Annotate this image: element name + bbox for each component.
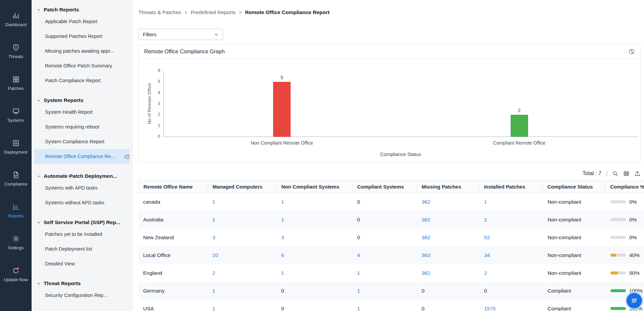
count-link[interactable]: 10 (212, 252, 218, 258)
rail-item-deployment[interactable]: Deployment (0, 131, 32, 163)
sidebar-section-title[interactable]: Patch Reports (34, 7, 129, 13)
column-header[interactable]: Non Compliant Systems (276, 180, 352, 193)
sidebar-item[interactable]: Missing patches awaiting appr... (34, 44, 129, 58)
sidebar-item[interactable]: System Health Report (34, 105, 129, 119)
count-link[interactable]: 1 (212, 288, 215, 294)
chart-type-button[interactable] (628, 48, 635, 55)
filters-dropdown[interactable]: Filters (138, 29, 223, 40)
sidebar-item[interactable]: Patch Compliance Report (34, 73, 129, 88)
sidebar-item[interactable]: System Compliance Report (34, 134, 129, 149)
count-link[interactable]: 1 (212, 306, 215, 311)
count-link[interactable]: 1 (281, 270, 284, 276)
count-link[interactable]: 1 (357, 270, 360, 276)
column-header[interactable]: Missing Patches (417, 180, 479, 193)
chevron-down-icon (214, 32, 219, 37)
progress-label: 40% (629, 252, 640, 258)
count-link[interactable]: 1 (281, 199, 284, 205)
count-link[interactable]: 1 (281, 217, 284, 223)
count-link[interactable]: 1 (212, 199, 215, 205)
cell-compliance-status: Compliant (543, 300, 606, 311)
table-view-button[interactable] (623, 170, 630, 177)
count-link[interactable]: 362 (422, 270, 430, 276)
table-row: canada1103621Non-compliant0% (138, 193, 644, 211)
rail-item-threats[interactable]: Threats (0, 35, 32, 67)
y-tick-label: 3 (149, 101, 160, 106)
sidebar-item[interactable]: Applicable Patch Report (34, 14, 129, 29)
sidebar-section-title[interactable]: Threat Reports (34, 280, 129, 287)
sidebar-item[interactable]: Remote Office Patch Summary (34, 58, 129, 73)
progress-label: 0% (629, 199, 637, 205)
x-category-label: Non Compliant Remote Office (208, 140, 356, 146)
count-text: 0 (422, 306, 425, 311)
count-link[interactable]: 34 (484, 252, 490, 258)
count-link[interactable]: 4 (357, 252, 360, 258)
cell-missing-patches: 362 (417, 211, 479, 228)
breadcrumb-item[interactable]: Predefined Reports (191, 9, 236, 15)
count-link[interactable]: 363 (422, 252, 430, 258)
progress-label: 0% (629, 235, 637, 241)
assist-button[interactable] (627, 293, 642, 308)
rail-item-settings[interactable]: Settings (0, 226, 32, 258)
cell-non-compliant-systems: 1 (276, 211, 352, 228)
count-link[interactable]: 6 (281, 252, 284, 258)
sidebar-item[interactable]: Supported Patches Report (34, 29, 129, 44)
count-link[interactable]: 2 (484, 217, 487, 223)
cell-non-compliant-systems: 6 (276, 246, 352, 264)
sidebar-item[interactable]: Systems with APD tasks (34, 180, 129, 195)
sidebar-section-title[interactable]: Automate Patch Deploymen... (34, 173, 129, 179)
sidebar-item[interactable]: Systems without APD tasks (34, 195, 129, 210)
count-link[interactable]: 1 (484, 199, 487, 205)
column-header[interactable]: Compliant Systems (352, 180, 417, 193)
breadcrumb-separator: > (185, 10, 187, 15)
column-header[interactable]: Managed Computers (208, 180, 277, 193)
count-link[interactable]: 1 (357, 288, 360, 294)
rail-item-compliance[interactable]: Compliance (0, 163, 32, 195)
count-link[interactable]: 362 (422, 235, 430, 241)
column-header[interactable]: Remote Office Name (139, 180, 208, 193)
breadcrumb-item: Remote Office Compliance Report (245, 9, 330, 15)
table-header-row: Remote Office NameManaged ComputersNon C… (138, 180, 644, 193)
count-link[interactable]: 52 (484, 235, 490, 241)
graph-card-header: Remote Office Compliance Graph (139, 45, 640, 59)
cell-compliance-status: Non-compliant (543, 211, 606, 228)
count-link[interactable]: 1 (357, 306, 360, 311)
progress-label: 50% (629, 270, 640, 276)
progress-fill (610, 254, 616, 257)
sidebar-item[interactable]: Systems requiring reboot (34, 119, 129, 134)
count-text: 0 (357, 199, 360, 205)
count-link[interactable]: 3 (281, 235, 284, 241)
search-button[interactable] (612, 170, 618, 177)
rail-item-patches[interactable]: Patches (0, 67, 32, 99)
chevron-down-icon (37, 99, 41, 102)
sidebar-item[interactable]: Detailed View (34, 256, 129, 271)
count-link[interactable]: 2 (212, 270, 215, 276)
sidebar-collapse-button[interactable] (123, 153, 131, 161)
rail-item-reports[interactable]: Reports (0, 195, 32, 226)
export-button[interactable] (634, 170, 641, 177)
rail-item-dashboard[interactable]: Dashboard (0, 3, 32, 35)
count-link[interactable]: 2 (484, 270, 487, 276)
sidebar-section-title[interactable]: Self Service Portal (SSP) Rep... (34, 219, 129, 225)
column-header[interactable]: Compliance % (605, 180, 644, 193)
rail-item-update-now[interactable]: Update Now (0, 258, 32, 290)
count-link[interactable]: 362 (422, 199, 430, 205)
count-text: 0 (484, 288, 487, 294)
count-link[interactable]: 1575 (484, 306, 496, 311)
sidebar-item[interactable]: Patches yet to be Installed (34, 227, 129, 242)
progress-fill (610, 271, 618, 274)
sidebar-item[interactable]: Remote Office Compliance Re... (34, 149, 129, 164)
column-header[interactable]: Installed Patches (479, 180, 543, 193)
count-link[interactable]: 1 (212, 217, 215, 223)
column-header[interactable]: Compliance Status (543, 180, 605, 193)
app-root: DashboardThreatsPatchesSystemsDeployment… (0, 0, 644, 311)
rail-item-systems[interactable]: Systems (0, 99, 32, 131)
count-link[interactable]: 3 (212, 235, 215, 241)
rail-item-label: Deployment (4, 150, 27, 155)
breadcrumb-item[interactable]: Threats & Patches (138, 9, 181, 15)
count-link[interactable]: 362 (422, 217, 430, 223)
x-axis-title: Compliance Status (163, 152, 638, 157)
sidebar-item[interactable]: Security Configuration Rep... (34, 288, 129, 303)
progress-track (610, 307, 626, 310)
sidebar-item[interactable]: Patch Deployment list (34, 242, 129, 256)
sidebar-section-title[interactable]: System Reports (34, 97, 129, 103)
